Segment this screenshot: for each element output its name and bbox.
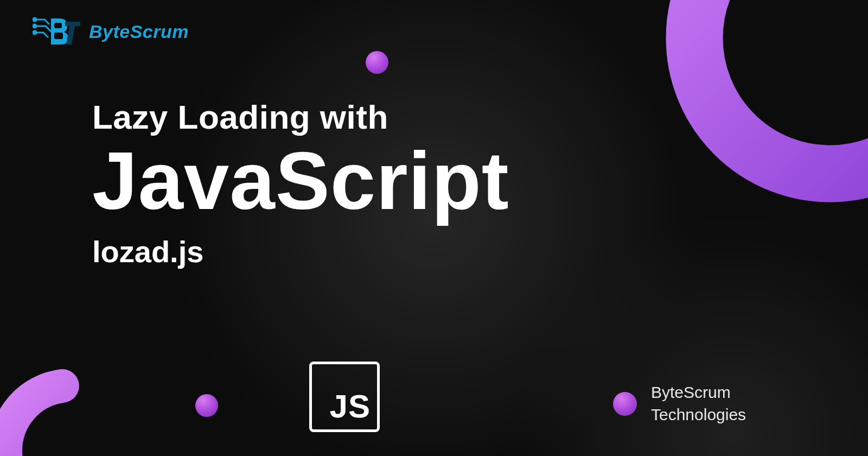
attribution-line-2: Technologies: [651, 404, 746, 426]
attribution-text: ByteScrum Technologies: [651, 382, 746, 426]
javascript-logo-icon: JS: [309, 362, 380, 432]
accent-dot-icon: [366, 51, 388, 74]
accent-ring-icon: [656, 0, 868, 212]
svg-point-1: [5, 385, 136, 456]
headline-line-3: lozad.js: [92, 234, 509, 269]
js-logo-label: JS: [330, 388, 371, 425]
svg-rect-6: [54, 23, 62, 28]
accent-dot-icon: [613, 392, 637, 416]
headline-line-2: JavaScript: [92, 138, 509, 224]
brand-logo: ByteScrum: [33, 14, 189, 49]
accent-dot-icon: [195, 394, 218, 417]
headline-line-1: Lazy Loading with: [92, 98, 509, 136]
attribution-line-1: ByteScrum: [651, 382, 746, 404]
brand-name: ByteScrum: [89, 21, 189, 42]
svg-point-4: [33, 24, 36, 28]
bytescrum-mark-icon: [33, 14, 81, 49]
svg-point-2: [743, 331, 868, 456]
svg-point-3: [33, 18, 36, 21]
attribution-block: ByteScrum Technologies: [613, 382, 746, 426]
svg-rect-7: [54, 33, 63, 39]
accent-ring-icon: [711, 299, 868, 456]
svg-point-0: [694, 0, 868, 174]
headline-block: Lazy Loading with JavaScript lozad.js: [92, 98, 509, 269]
svg-point-5: [33, 31, 36, 34]
accent-ring-icon: [0, 358, 163, 456]
